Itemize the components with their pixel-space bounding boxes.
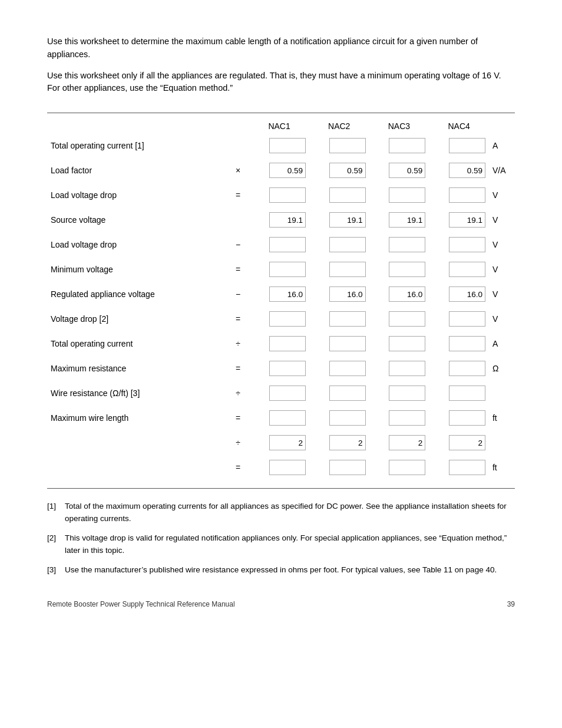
input-row-3-nac2[interactable]: [329, 212, 366, 228]
input-row-8-nac4[interactable]: [449, 336, 485, 351]
input-row-4-nac2[interactable]: [329, 237, 366, 252]
input-row-10-nac1[interactable]: [269, 386, 306, 401]
row-13-nac1[interactable]: [249, 457, 309, 477]
input-row-12-nac2[interactable]: [329, 435, 366, 450]
input-row-4-nac1[interactable]: [269, 237, 306, 252]
row-9-nac4[interactable]: [429, 358, 489, 378]
input-row-9-nac4[interactable]: [449, 361, 485, 376]
input-row-5-nac4[interactable]: [449, 262, 485, 277]
input-row-7-nac2[interactable]: [329, 311, 366, 327]
row-12-unit: [489, 433, 515, 453]
row-7-nac1[interactable]: [249, 309, 309, 329]
input-row-2-nac1[interactable]: [269, 187, 306, 203]
input-row-11-nac3[interactable]: [389, 410, 425, 426]
input-row-9-nac1[interactable]: [269, 361, 306, 376]
input-row-1-nac1[interactable]: [269, 163, 306, 178]
input-row-9-nac3[interactable]: [389, 361, 425, 376]
input-row-6-nac2[interactable]: [329, 286, 366, 302]
row-11-nac2[interactable]: [309, 408, 369, 428]
row-7-nac4[interactable]: [429, 309, 489, 329]
input-row-7-nac3[interactable]: [389, 311, 425, 327]
row-10-nac4[interactable]: [429, 383, 489, 403]
row-10-nac3[interactable]: [369, 383, 429, 403]
row-2-nac4[interactable]: [429, 185, 489, 205]
input-row-13-nac2[interactable]: [329, 460, 366, 475]
row-0-nac4[interactable]: [429, 136, 489, 156]
input-row-0-nac3[interactable]: [389, 138, 425, 153]
row-7-nac3[interactable]: [369, 309, 429, 329]
input-row-3-nac3[interactable]: [389, 212, 425, 228]
input-row-0-nac1[interactable]: [269, 138, 306, 153]
input-row-4-nac3[interactable]: [389, 237, 425, 252]
input-row-12-nac3[interactable]: [389, 435, 425, 450]
row-8-nac3[interactable]: [369, 334, 429, 354]
row-10-nac2[interactable]: [309, 383, 369, 403]
input-row-2-nac4[interactable]: [449, 187, 485, 203]
row-13-nac2[interactable]: [309, 457, 369, 477]
row-5-nac4[interactable]: [429, 259, 489, 279]
row-0-nac3[interactable]: [369, 136, 429, 156]
input-row-12-nac4[interactable]: [449, 435, 485, 450]
row-11-nac1[interactable]: [249, 408, 309, 428]
input-row-8-nac2[interactable]: [329, 336, 366, 351]
row-13-nac4[interactable]: [429, 457, 489, 477]
input-row-11-nac4[interactable]: [449, 410, 485, 426]
input-row-7-nac4[interactable]: [449, 311, 485, 327]
row-9-nac2[interactable]: [309, 358, 369, 378]
input-row-10-nac3[interactable]: [389, 386, 425, 401]
row-5-nac1[interactable]: [249, 259, 309, 279]
row-5-nac3[interactable]: [369, 259, 429, 279]
input-row-2-nac3[interactable]: [389, 187, 425, 203]
row-4-nac4[interactable]: [429, 235, 489, 255]
row-8-nac2[interactable]: [309, 334, 369, 354]
input-row-5-nac1[interactable]: [269, 262, 306, 277]
input-row-5-nac2[interactable]: [329, 262, 366, 277]
row-11-nac3[interactable]: [369, 408, 429, 428]
row-6-label: Regulated appliance voltage: [47, 284, 227, 304]
input-row-4-nac4[interactable]: [449, 237, 485, 252]
input-row-8-nac1[interactable]: [269, 336, 306, 351]
row-10-nac1[interactable]: [249, 383, 309, 403]
input-row-10-nac2[interactable]: [329, 386, 366, 401]
input-row-1-nac3[interactable]: [389, 163, 425, 178]
input-row-13-nac3[interactable]: [389, 460, 425, 475]
input-row-0-nac4[interactable]: [449, 138, 485, 153]
input-row-13-nac4[interactable]: [449, 460, 485, 475]
input-row-1-nac4[interactable]: [449, 163, 485, 178]
input-row-9-nac2[interactable]: [329, 361, 366, 376]
row-2-nac3[interactable]: [369, 185, 429, 205]
row-0-nac2[interactable]: [309, 136, 369, 156]
row-9-nac3[interactable]: [369, 358, 429, 378]
input-row-6-nac1[interactable]: [269, 286, 306, 302]
row-5-nac2[interactable]: [309, 259, 369, 279]
input-row-10-nac4[interactable]: [449, 386, 485, 401]
input-row-0-nac2[interactable]: [329, 138, 366, 153]
row-0-nac1[interactable]: [249, 136, 309, 156]
input-row-1-nac2[interactable]: [329, 163, 366, 178]
row-4-nac2[interactable]: [309, 235, 369, 255]
row-2-nac2[interactable]: [309, 185, 369, 205]
row-8-nac1[interactable]: [249, 334, 309, 354]
input-row-12-nac1[interactable]: [269, 435, 306, 450]
row-8-nac4[interactable]: [429, 334, 489, 354]
row-4-nac1[interactable]: [249, 235, 309, 255]
input-row-2-nac2[interactable]: [329, 187, 366, 203]
row-2-nac1[interactable]: [249, 185, 309, 205]
input-row-8-nac3[interactable]: [389, 336, 425, 351]
input-row-6-nac3[interactable]: [389, 286, 425, 302]
row-7-nac2[interactable]: [309, 309, 369, 329]
input-row-7-nac1[interactable]: [269, 311, 306, 327]
row-13-nac3[interactable]: [369, 457, 429, 477]
row-4-nac3[interactable]: [369, 235, 429, 255]
row-1-nac1: [249, 160, 309, 180]
input-row-11-nac1[interactable]: [269, 410, 306, 426]
input-row-5-nac3[interactable]: [389, 262, 425, 277]
footnote-3-text: Use the manufacturer’s published wire re…: [65, 564, 497, 577]
input-row-13-nac1[interactable]: [269, 460, 306, 475]
input-row-3-nac4[interactable]: [449, 212, 485, 228]
input-row-11-nac2[interactable]: [329, 410, 366, 426]
input-row-3-nac1[interactable]: [269, 212, 306, 228]
input-row-6-nac4[interactable]: [449, 286, 485, 302]
row-11-nac4[interactable]: [429, 408, 489, 428]
row-9-nac1[interactable]: [249, 358, 309, 378]
